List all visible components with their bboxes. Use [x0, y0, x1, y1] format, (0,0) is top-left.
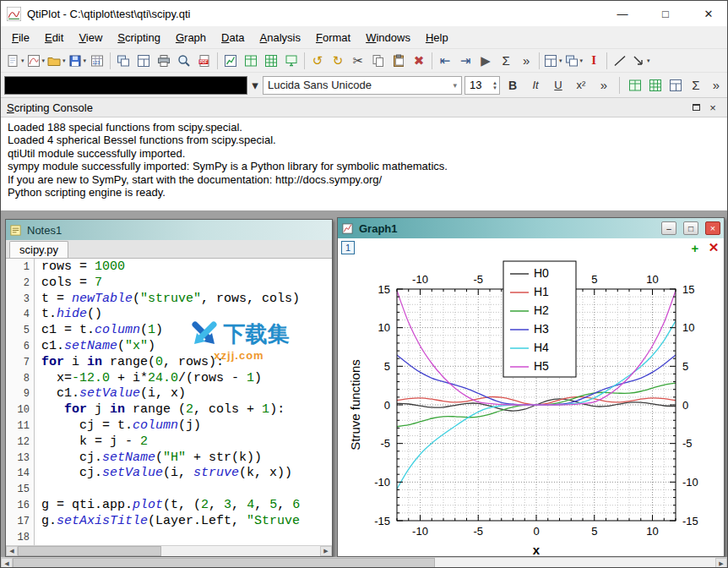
main-overflow-button[interactable]: » [516, 51, 536, 71]
redo-button[interactable]: ↻ [328, 51, 348, 71]
float-panel-button[interactable] [687, 100, 704, 115]
format-overflow-button[interactable]: » [706, 75, 726, 96]
insert-column-button[interactable] [645, 75, 666, 96]
duplicate-window-button[interactable] [113, 51, 133, 71]
add-layer-button[interactable]: + [688, 241, 702, 254]
menu-scripting[interactable]: Scripting [110, 28, 168, 47]
line-number: 16 [6, 498, 30, 514]
notes-title-bar[interactable]: Notes1 [6, 220, 332, 240]
copy-button[interactable] [368, 51, 388, 71]
print-preview-button[interactable] [174, 51, 194, 71]
scroll-right-arrow[interactable]: ▶ [320, 546, 332, 556]
legend-label: H4 [534, 341, 549, 354]
new-table-button[interactable] [241, 51, 261, 71]
superscript-button[interactable]: x² [571, 75, 591, 96]
paste-button[interactable] [388, 51, 409, 71]
print-button[interactable] [154, 51, 174, 71]
remove-layer-button[interactable]: ✕ [707, 241, 720, 254]
console-panel-header[interactable]: Scripting Console × [1, 97, 727, 117]
toolbar-separator [539, 52, 540, 69]
menu-file[interactable]: File [4, 28, 37, 47]
data-display-caret[interactable]: ▾ [250, 75, 260, 96]
plot-canvas[interactable]: -10-10-5-500551010-15-15-10-10-5-5005510… [338, 257, 723, 556]
tick-label: -15 [374, 515, 390, 527]
go-first-button[interactable]: ⇤ [435, 51, 455, 71]
arrange-layers-button[interactable]: ▾ [563, 51, 584, 71]
draw-arrow-button[interactable]: ▾ [630, 51, 651, 71]
menu-format[interactable]: Format [308, 28, 358, 47]
import-ascii-button[interactable]: 123 [87, 51, 107, 71]
open-project-button[interactable]: ▾ [46, 51, 67, 71]
legend[interactable]: H0H1H2H3H4H5 [503, 261, 576, 377]
delete-button[interactable]: ✖ [409, 51, 429, 71]
draw-line-button[interactable] [610, 51, 630, 71]
graph-minimize-button[interactable]: ‒ [661, 221, 676, 235]
bold-button[interactable]: B [503, 75, 523, 96]
sum-column-button[interactable]: Σ [686, 75, 706, 96]
menu-graph[interactable]: Graph [168, 28, 214, 47]
menu-view[interactable]: View [71, 28, 110, 47]
title-bar[interactable]: QtiPlot - C:\qtiplot\test\qti\scipy.qti … [1, 1, 727, 26]
cut-button[interactable]: ✂ [348, 51, 368, 71]
menu-analysis[interactable]: Analysis [253, 28, 308, 47]
spinner-arrows[interactable]: ▲ ▼ [492, 80, 499, 90]
plot-area[interactable]: -10-10-5-500551010-15-15-10-10-5-5005510… [338, 257, 724, 556]
run-script-button[interactable]: ▶ [475, 51, 496, 71]
go-last-button[interactable]: ⇥ [455, 51, 475, 71]
close-panel-button[interactable]: × [704, 100, 721, 115]
scroll-right-arrow[interactable]: ▶ [715, 558, 727, 568]
font-combo[interactable]: Lucida Sans Unicode ▾ [263, 76, 462, 95]
scroll-thumb[interactable] [18, 546, 161, 556]
insert-row-button[interactable] [625, 75, 645, 96]
new-graph-button[interactable]: ▾ [25, 51, 46, 71]
menu-help[interactable]: Help [418, 28, 456, 47]
menu-edit[interactable]: Edit [37, 28, 71, 47]
new-matrix-button[interactable] [261, 51, 281, 71]
font-size-spinner[interactable]: 13 ▲ ▼ [465, 76, 500, 95]
new-graph-icon [26, 53, 41, 68]
code-line: cj.setValue(i, struve(k, x)) [41, 466, 332, 482]
line-number: 18 [6, 530, 30, 545]
add-layer-tool-button[interactable]: ▾ [542, 51, 563, 71]
table-options-button[interactable] [666, 75, 686, 96]
minimize-button[interactable]: — [604, 1, 641, 26]
code-editor[interactable]: 123456789101112131415161718 rows = 1000c… [6, 259, 332, 545]
undo-button[interactable]: ↺ [307, 51, 328, 71]
scroll-left-arrow[interactable]: ◀ [1, 558, 13, 568]
app-icon [7, 7, 21, 21]
workspace-hscrollbar[interactable]: ◀ ▶ [1, 557, 727, 568]
console-line: qtiUtil module successfully imported. [8, 147, 720, 160]
scroll-thumb[interactable] [13, 558, 435, 568]
graph-title-bar[interactable]: Graph1 ‒ □ × [338, 218, 724, 238]
menu-windows[interactable]: Windows [358, 28, 418, 47]
spin-down-icon[interactable]: ▼ [492, 85, 497, 90]
line-number: 12 [6, 434, 30, 451]
graph-restore-button[interactable]: □ [683, 221, 698, 235]
new-note-button[interactable] [281, 51, 302, 71]
graph-close-button[interactable]: × [705, 221, 720, 235]
format-overflow-chevron[interactable]: » [594, 75, 614, 96]
menu-data[interactable]: Data [214, 28, 252, 47]
column-statistics-button[interactable]: Σ [496, 51, 516, 71]
export-pdf-button[interactable]: PDF [194, 51, 215, 71]
close-button[interactable]: ✕ [690, 1, 727, 26]
layer-1-button[interactable]: 1 [341, 241, 355, 254]
italic-button[interactable]: It [525, 75, 546, 96]
scroll-track[interactable] [13, 558, 715, 568]
underline-button[interactable]: U [548, 75, 568, 96]
code-area[interactable]: rows = 1000cols = 7t = newTable("struve"… [35, 259, 332, 545]
scroll-track[interactable] [18, 546, 320, 556]
tab-scipy-py[interactable]: scipy.py [9, 241, 68, 258]
console-output[interactable]: Loaded 188 special functions from scipy.… [1, 117, 727, 210]
scroll-left-arrow[interactable]: ◀ [6, 546, 18, 556]
plot-wizard-button[interactable] [220, 51, 241, 71]
maximize-button[interactable]: □ [647, 1, 684, 26]
new-project-button[interactable]: ▾ [4, 51, 25, 71]
notes-hscrollbar[interactable]: ◀ ▶ [6, 545, 332, 556]
save-project-button[interactable]: ▾ [67, 51, 88, 71]
text-tool-button[interactable]: I [584, 51, 604, 71]
tick-label: -5 [380, 437, 390, 450]
line-number: 10 [6, 402, 30, 418]
window-layout-icon [136, 53, 151, 68]
window-layout-button[interactable] [133, 51, 154, 71]
